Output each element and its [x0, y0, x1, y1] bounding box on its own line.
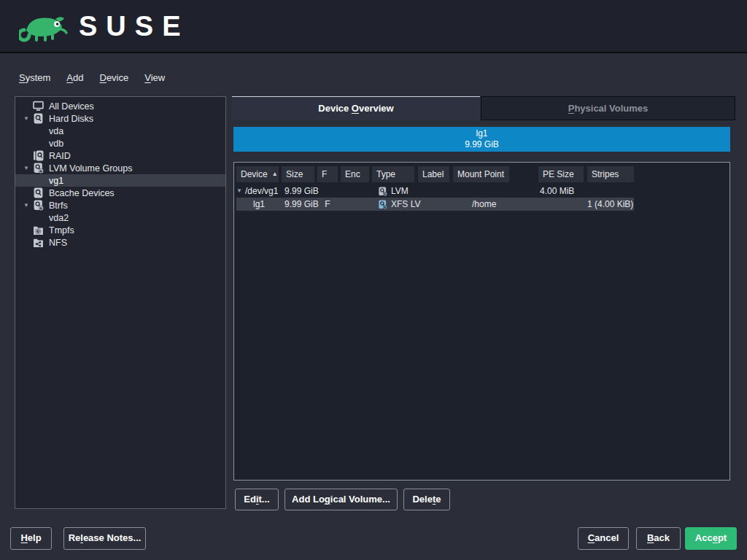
size-cell: 9.99 GiB [282, 184, 314, 198]
device-table: Device▲ Size F Enc Type Label Mount Poin… [233, 162, 730, 481]
device-tree: All Devices ▼ Hard Disks vda vdb RAID ▼ … [15, 97, 225, 249]
table-row-lg1[interactable]: lg1 9.99 GiB F XFS LV /home 1 (4.00 KiB) [236, 198, 634, 211]
sidebar-item-label: vg1 [49, 176, 63, 186]
sidebar-item-raid[interactable]: RAID [15, 149, 225, 162]
row-expander-icon[interactable]: ▼ [236, 184, 245, 198]
sidebar-item-label: All Devices [49, 101, 94, 112]
pe-size-cell: 4.00 MiB [538, 184, 584, 198]
chevron-down-icon[interactable]: ▼ [20, 165, 33, 171]
sidebar-item-btrfs[interactable]: ▼ Btrfs [15, 199, 225, 211]
type-cell: LVM [391, 184, 409, 198]
column-header-label[interactable]: Label [418, 166, 449, 182]
format-cell [317, 184, 338, 198]
menubar: System Add Device View [19, 72, 165, 83]
stripes-cell: 1 (4.00 KiB) [587, 198, 634, 211]
sidebar-item-label: vda [49, 126, 63, 136]
xfs-lv-type-icon [378, 200, 387, 209]
column-header-f[interactable]: F [317, 166, 338, 182]
label-cell [418, 184, 449, 198]
raid-icon [33, 150, 44, 161]
sidebar-item-label: LVM Volume Groups [49, 163, 132, 174]
summary-device-name: lg1 [233, 128, 730, 139]
sidebar-item-all-devices[interactable]: All Devices [15, 100, 225, 112]
device-cell: lg1 [253, 198, 265, 211]
column-header-size[interactable]: Size [282, 166, 314, 182]
table-row-dev-vg1[interactable]: ▼/dev/vg1 9.99 GiB LVM 4.00 MiB [236, 184, 634, 198]
type-cell: XFS LV [391, 198, 420, 211]
sidebar-item-label: Tmpfs [49, 225, 74, 236]
sidebar-item-label: NFS [49, 238, 67, 248]
column-header-enc[interactable]: Enc [341, 166, 369, 182]
format-cell: F [317, 198, 338, 211]
pe-size-cell [538, 198, 584, 211]
back-button[interactable]: Back [636, 527, 681, 550]
mount-point-cell [453, 184, 509, 198]
menu-view[interactable]: View [144, 72, 165, 83]
hard-disk-icon [33, 113, 44, 124]
column-header-pe-size[interactable]: PE Size [538, 166, 584, 182]
sidebar-item-nfs[interactable]: NFS [15, 236, 225, 249]
column-header-type[interactable]: Type [372, 166, 414, 182]
summary-device-size: 9.99 GiB [233, 139, 730, 150]
sidebar-item-label: Bcache Devices [49, 188, 115, 198]
enc-cell [341, 184, 369, 198]
device-tree-panel: All Devices ▼ Hard Disks vda vdb RAID ▼ … [15, 96, 226, 509]
delete-button[interactable]: Delete [403, 489, 450, 510]
device-summary-bar: lg1 9.99 GiB [233, 127, 730, 152]
chevron-down-icon[interactable]: ▼ [20, 115, 33, 122]
table-header-row: Device▲ Size F Enc Type Label Mount Poin… [236, 166, 728, 182]
column-header-mount-point[interactable]: Mount Point [453, 166, 509, 182]
bcache-disk-icon [33, 187, 44, 198]
mount-point-cell: /home [453, 198, 509, 211]
enc-cell [341, 198, 369, 211]
tab-device-overview[interactable]: Device Overview [232, 96, 480, 120]
column-header-stripes[interactable]: Stripes [587, 166, 634, 182]
sidebar-item-bcache-devices[interactable]: Bcache Devices [15, 187, 225, 199]
btrfs-disk-clock-icon [33, 200, 44, 211]
lvm-type-icon [378, 187, 387, 196]
sidebar-item-vg1[interactable]: vg1 [15, 174, 225, 187]
sidebar-item-tmpfs[interactable]: Tmpfs [15, 224, 225, 236]
sidebar-item-label: Btrfs [49, 201, 68, 211]
label-cell [418, 198, 449, 211]
folder-clock-icon [33, 225, 44, 236]
suse-logo: SUSE [19, 9, 189, 44]
column-header-device[interactable]: Device▲ [236, 166, 279, 182]
lvm-disk-clock-icon [33, 163, 44, 174]
sidebar-item-hard-disks[interactable]: ▼ Hard Disks [15, 112, 225, 125]
sidebar-item-vdb[interactable]: vdb [15, 137, 225, 149]
sidebar-item-lvm-volume-groups[interactable]: ▼ LVM Volume Groups [15, 162, 225, 174]
sidebar-item-vda2[interactable]: vda2 [15, 211, 225, 224]
folder-share-icon [33, 237, 44, 248]
stripes-cell [587, 184, 634, 198]
device-cell: /dev/vg1 [245, 184, 278, 198]
brand-wordmark: SUSE [79, 9, 189, 44]
menu-system[interactable]: System [19, 72, 50, 83]
sidebar-item-label: vda2 [49, 213, 69, 223]
brand-bar: SUSE [0, 0, 747, 53]
monitor-icon [33, 101, 44, 112]
suse-chameleon-icon [19, 9, 70, 44]
menu-device[interactable]: Device [99, 72, 128, 83]
sidebar-item-vda[interactable]: vda [15, 125, 225, 137]
cancel-button[interactable]: Cancel [578, 527, 629, 550]
add-logical-volume-button[interactable]: Add Logical Volume... [285, 489, 398, 510]
menu-add[interactable]: Add [66, 72, 83, 83]
edit-button[interactable]: Edit... [235, 489, 279, 510]
help-button[interactable]: Help [10, 527, 52, 550]
accept-button[interactable]: Accept [685, 527, 737, 550]
sort-ascending-icon: ▲ [272, 166, 278, 182]
chevron-down-icon[interactable]: ▼ [20, 202, 33, 209]
sidebar-item-label: Hard Disks [49, 114, 93, 124]
size-cell: 9.99 GiB [282, 198, 314, 211]
tab-physical-volumes[interactable]: Physical Volumes [481, 96, 735, 120]
sidebar-item-label: vdb [49, 139, 63, 149]
release-notes-button[interactable]: Release Notes... [63, 527, 146, 550]
sidebar-item-label: RAID [49, 151, 71, 161]
